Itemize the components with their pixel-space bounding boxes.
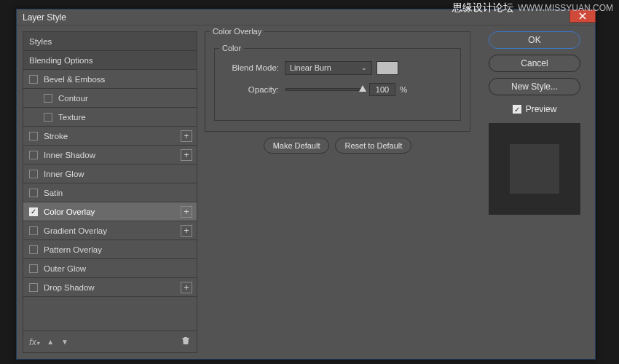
cancel-button[interactable]: Cancel bbox=[489, 55, 580, 72]
effect-checkbox[interactable] bbox=[44, 113, 52, 122]
effect-label: Contour bbox=[58, 94, 88, 103]
effect-row-color-overlay[interactable]: Color Overlay+ bbox=[23, 202, 197, 221]
make-default-button[interactable]: Make Default bbox=[264, 138, 330, 154]
effects-panel: Styles Blending Options Bevel & EmbossCo… bbox=[23, 31, 197, 353]
effect-checkbox[interactable] bbox=[29, 207, 38, 216]
preview-label: Preview bbox=[526, 104, 557, 114]
dialog-title: Layer Style bbox=[23, 12, 66, 23]
color-swatch[interactable] bbox=[376, 61, 398, 75]
effect-checkbox[interactable] bbox=[29, 170, 38, 178]
subgroup-legend: Color bbox=[219, 44, 244, 52]
fx-menu-icon[interactable]: fx▾ bbox=[29, 336, 39, 347]
effect-checkbox[interactable] bbox=[29, 264, 38, 273]
settings-panel: Color Overlay Color Blend Mode: Linear B… bbox=[205, 31, 473, 353]
effect-row-inner-glow[interactable]: Inner Glow bbox=[23, 165, 197, 183]
add-effect-icon[interactable]: + bbox=[181, 130, 192, 142]
effect-label: Inner Shadow bbox=[44, 151, 95, 159]
watermark: 思缘设计论坛 WWW.MISSYUAN.COM bbox=[452, 1, 613, 15]
color-subgroup: Color Blend Mode: Linear Burn ⌄ Opacity: bbox=[214, 48, 461, 121]
blend-mode-label: Blend Mode: bbox=[222, 63, 279, 72]
effect-label: Outer Glow bbox=[44, 264, 86, 273]
layer-style-dialog: Layer Style Styles Blending Options Beve… bbox=[16, 9, 596, 360]
add-effect-icon[interactable]: + bbox=[181, 282, 192, 293]
effect-checkbox[interactable] bbox=[29, 151, 38, 159]
watermark-url: WWW.MISSYUAN.COM bbox=[518, 3, 613, 13]
preview-checkbox[interactable] bbox=[513, 105, 521, 114]
effect-label: Satin bbox=[44, 189, 63, 197]
effect-checkbox[interactable] bbox=[29, 189, 38, 197]
opacity-input[interactable]: 100 bbox=[369, 83, 395, 96]
blend-mode-dropdown[interactable]: Linear Burn ⌄ bbox=[285, 61, 372, 75]
add-effect-icon[interactable]: + bbox=[181, 149, 192, 161]
effect-checkbox[interactable] bbox=[29, 283, 38, 292]
effect-row-pattern-overlay[interactable]: Pattern Overlay bbox=[23, 240, 197, 259]
group-legend: Color Overlay bbox=[210, 27, 264, 36]
new-style-button[interactable]: New Style... bbox=[489, 78, 580, 95]
styles-header[interactable]: Styles bbox=[23, 32, 197, 51]
effect-label: Gradient Overlay bbox=[44, 226, 107, 235]
effect-row-satin[interactable]: Satin bbox=[23, 183, 197, 202]
effect-checkbox[interactable] bbox=[29, 75, 38, 84]
effect-label: Bevel & Emboss bbox=[44, 75, 105, 84]
effect-label: Texture bbox=[58, 113, 86, 122]
trash-icon bbox=[181, 336, 191, 346]
effect-label: Inner Glow bbox=[44, 170, 84, 178]
opacity-slider[interactable] bbox=[285, 88, 365, 91]
move-down-icon[interactable]: ▼ bbox=[61, 338, 68, 346]
opacity-unit: % bbox=[400, 85, 407, 94]
effect-row-drop-shadow[interactable]: Drop Shadow+ bbox=[23, 278, 197, 297]
preview-thumbnail bbox=[489, 123, 580, 215]
blend-mode-value: Linear Burn bbox=[290, 63, 331, 72]
delete-effect-button[interactable] bbox=[181, 336, 191, 349]
effect-checkbox[interactable] bbox=[29, 132, 38, 141]
reset-default-button[interactable]: Reset to Default bbox=[335, 138, 411, 154]
effect-row-texture[interactable]: Texture bbox=[23, 108, 197, 127]
blending-options-label: Blending Options bbox=[29, 56, 93, 65]
watermark-cn: 思缘设计论坛 bbox=[452, 1, 513, 15]
add-effect-icon[interactable]: + bbox=[181, 206, 192, 218]
effects-footer: fx▾ ▲ ▼ bbox=[23, 331, 197, 352]
move-up-icon[interactable]: ▲ bbox=[47, 338, 54, 346]
effect-row-outer-glow[interactable]: Outer Glow bbox=[23, 259, 197, 278]
blending-options-header[interactable]: Blending Options bbox=[23, 51, 197, 70]
effect-checkbox[interactable] bbox=[29, 245, 38, 254]
right-sidebar: OK Cancel New Style... Preview bbox=[480, 31, 589, 353]
effect-row-bevel-emboss[interactable]: Bevel & Emboss bbox=[23, 70, 197, 89]
chevron-down-icon: ⌄ bbox=[361, 64, 367, 71]
preview-inner bbox=[510, 144, 559, 194]
effect-label: Stroke bbox=[44, 132, 68, 141]
effect-label: Drop Shadow bbox=[44, 283, 95, 292]
effect-checkbox[interactable] bbox=[29, 226, 38, 235]
color-overlay-group: Color Overlay Color Blend Mode: Linear B… bbox=[205, 31, 470, 132]
effect-label: Color Overlay bbox=[44, 207, 95, 216]
preview-toggle[interactable]: Preview bbox=[513, 104, 557, 114]
effect-checkbox[interactable] bbox=[44, 94, 52, 103]
ok-button[interactable]: OK bbox=[489, 31, 580, 49]
add-effect-icon[interactable]: + bbox=[181, 225, 192, 237]
opacity-label: Opacity: bbox=[222, 85, 279, 94]
effect-row-gradient-overlay[interactable]: Gradient Overlay+ bbox=[23, 221, 197, 240]
effect-row-stroke[interactable]: Stroke+ bbox=[23, 127, 197, 146]
slider-thumb-icon[interactable] bbox=[359, 85, 366, 92]
styles-header-label: Styles bbox=[29, 37, 52, 46]
effect-row-contour[interactable]: Contour bbox=[23, 89, 197, 108]
effect-row-inner-shadow[interactable]: Inner Shadow+ bbox=[23, 146, 197, 165]
effect-label: Pattern Overlay bbox=[44, 245, 102, 254]
